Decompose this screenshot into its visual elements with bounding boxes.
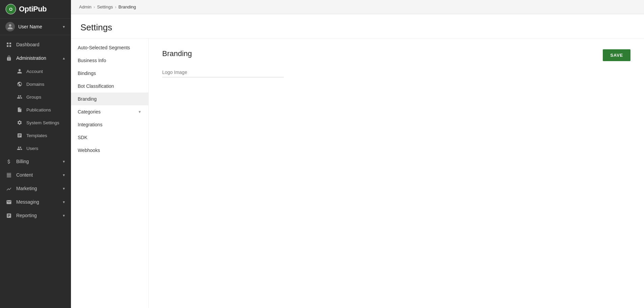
users-icon (16, 145, 23, 152)
logo-image-input[interactable] (162, 68, 284, 77)
chart-icon (5, 185, 12, 192)
marketing-label: Marketing (16, 186, 62, 191)
reporting-label: Reporting (16, 213, 62, 218)
globe-icon (16, 81, 23, 87)
templates-label: Templates (26, 133, 47, 138)
webhooks-label: Webhooks (78, 148, 100, 153)
main-nav: Dashboard Administration ▲ Account Dom (0, 35, 71, 308)
sidebar-item-publications[interactable]: Publications (0, 103, 71, 116)
settings-nav-bot-classification[interactable]: Bot Classification (71, 80, 148, 93)
breadcrumb-settings[interactable]: Settings (97, 4, 113, 9)
sidebar-item-system-settings[interactable]: System Settings (0, 116, 71, 129)
dollar-icon (5, 158, 12, 165)
branding-content: Branding SAVE (149, 38, 644, 308)
mail-icon (5, 199, 12, 205)
settings-nav-branding[interactable]: Branding (71, 93, 148, 105)
settings-layout: Auto-Selected Segments Business Info Bin… (71, 38, 644, 308)
report-icon (5, 212, 12, 219)
sidebar-item-billing[interactable]: Billing ▼ (0, 155, 71, 168)
sdk-label: SDK (78, 135, 88, 140)
categories-expand-icon: ▼ (138, 110, 142, 114)
settings-nav-business-info[interactable]: Business Info (71, 54, 148, 67)
save-button[interactable]: SAVE (603, 49, 630, 61)
settings-nav-sdk[interactable]: SDK (71, 131, 148, 144)
settings-nav-integrations[interactable]: Integrations (71, 118, 148, 131)
gear-icon (16, 119, 23, 126)
messaging-chevron-icon: ▼ (62, 200, 66, 204)
optipub-logo-icon: O (5, 4, 16, 15)
settings-header: Settings (71, 14, 644, 38)
settings-title: Settings (80, 22, 635, 33)
person-icon (16, 68, 23, 75)
user-menu-chevron-icon: ▼ (62, 25, 66, 29)
sidebar-item-account[interactable]: Account (0, 65, 71, 78)
settings-panel: Settings Auto-Selected Segments Business… (71, 14, 644, 308)
table-icon (5, 172, 12, 178)
bot-classification-label: Bot Classification (78, 83, 114, 89)
administration-chevron-icon: ▲ (62, 56, 66, 60)
sidebar-item-content[interactable]: Content ▼ (0, 168, 71, 182)
logo: O OptiPub (0, 0, 71, 19)
template-icon (16, 132, 23, 139)
sidebar-item-users[interactable]: Users (0, 142, 71, 155)
messaging-label: Messaging (16, 199, 62, 205)
svg-text:O: O (9, 7, 13, 12)
settings-nav-bindings[interactable]: Bindings (71, 67, 148, 80)
sidebar-item-messaging[interactable]: Messaging ▼ (0, 195, 71, 209)
people-icon (16, 94, 23, 100)
svg-rect-3 (9, 43, 11, 44)
categories-label: Categories (78, 109, 101, 114)
branding-title: Branding (162, 49, 630, 58)
dashboard-label: Dashboard (16, 42, 66, 47)
main-area: Admin › Settings › Branding Settings Aut… (71, 0, 644, 308)
sidebar: O OptiPub User Name ▼ Dashboard Administ… (0, 0, 71, 308)
breadcrumb-sep-1: › (94, 4, 95, 9)
app-name: OptiPub (19, 5, 47, 14)
sidebar-item-dashboard[interactable]: Dashboard (0, 38, 71, 51)
billing-chevron-icon: ▼ (62, 160, 66, 163)
svg-rect-2 (7, 43, 8, 44)
user-menu[interactable]: User Name ▼ (0, 19, 71, 35)
reporting-chevron-icon: ▼ (62, 214, 66, 217)
administration-subnav: Account Domains Groups Publications (0, 65, 71, 155)
billing-label: Billing (16, 159, 62, 164)
bindings-label: Bindings (78, 71, 96, 76)
settings-nav-categories[interactable]: Categories ▼ (71, 105, 148, 118)
integrations-label: Integrations (78, 122, 102, 127)
sidebar-item-groups[interactable]: Groups (0, 91, 71, 103)
breadcrumb-sep-2: › (115, 4, 116, 9)
settings-nav-webhooks[interactable]: Webhooks (71, 144, 148, 157)
content-area: Settings Auto-Selected Segments Business… (71, 14, 644, 308)
marketing-chevron-icon: ▼ (62, 187, 66, 190)
content-chevron-icon: ▼ (62, 173, 66, 177)
settings-nav-auto-selected-segments[interactable]: Auto-Selected Segments (71, 41, 148, 54)
business-info-label: Business Info (78, 58, 106, 63)
sidebar-item-reporting[interactable]: Reporting ▼ (0, 209, 71, 222)
svg-rect-5 (9, 45, 11, 47)
sidebar-item-domains[interactable]: Domains (0, 78, 71, 91)
auto-selected-segments-label: Auto-Selected Segments (78, 45, 130, 50)
doc-icon (16, 106, 23, 113)
system-settings-label: System Settings (26, 120, 59, 125)
svg-rect-4 (7, 45, 8, 47)
domains-label: Domains (26, 82, 44, 87)
administration-label: Administration (16, 55, 62, 61)
sidebar-item-administration[interactable]: Administration ▲ (0, 51, 71, 65)
lock-icon (5, 55, 12, 61)
groups-label: Groups (26, 95, 41, 100)
sidebar-item-marketing[interactable]: Marketing ▼ (0, 182, 71, 195)
publications-label: Publications (26, 107, 51, 112)
content-label: Content (16, 172, 62, 178)
sidebar-item-templates[interactable]: Templates (0, 129, 71, 142)
user-name-label: User Name (18, 24, 62, 29)
breadcrumb-branding: Branding (119, 4, 136, 9)
breadcrumb: Admin › Settings › Branding (71, 0, 644, 14)
account-label: Account (26, 69, 43, 74)
avatar (5, 22, 15, 31)
grid-icon (5, 41, 12, 48)
logo-image-field (162, 68, 630, 77)
users-label: Users (26, 146, 38, 151)
branding-nav-label: Branding (78, 96, 97, 102)
settings-nav: Auto-Selected Segments Business Info Bin… (71, 38, 149, 308)
breadcrumb-admin[interactable]: Admin (79, 4, 92, 9)
